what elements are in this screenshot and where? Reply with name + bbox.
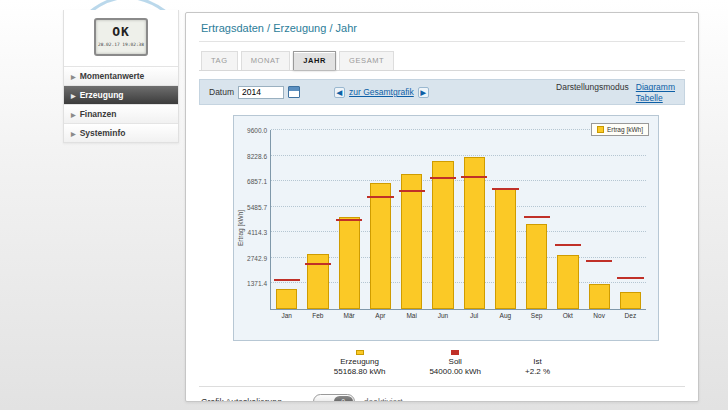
mode-link-tabelle[interactable]: Tabelle — [636, 93, 663, 104]
bar-Okt[interactable] — [557, 255, 578, 309]
bar-slot-Feb: Feb — [302, 130, 333, 309]
summary-row: Erzeugung 55168.80 kWh Soll 54000.00 kWh… — [199, 350, 685, 376]
datum-label: Datum — [209, 87, 234, 97]
sidebar-item-momentanwerte[interactable]: ▶ Momentanwerte — [64, 66, 178, 85]
bar-Nov[interactable] — [589, 284, 610, 309]
tab-jahr[interactable]: JAHR — [293, 51, 336, 70]
chevron-right-icon: ▶ — [71, 111, 76, 118]
y-tick-label: 8228.6 — [247, 152, 267, 159]
tab-gesamt[interactable]: GESAMT — [339, 51, 394, 70]
soll-marker-icon — [451, 350, 459, 355]
y-tick-label: 1371.4 — [247, 280, 267, 287]
main-panel: Ertragsdaten / Erzeugung / Jahr TAG MONA… — [185, 12, 699, 402]
x-tick-label: Feb — [302, 312, 333, 319]
mode-links: Diagramm Tabelle — [636, 82, 675, 103]
x-tick-label: Aug — [490, 312, 521, 319]
soll-value: 54000.00 kWh — [429, 367, 481, 376]
soll-marker-Apr — [367, 196, 393, 198]
sidebar: OK 28.02.17 19:02:38 ▶ Momentanwerte ▶ E… — [63, 10, 179, 143]
sidebar-item-label: Erzeugung — [80, 90, 124, 100]
tab-tag[interactable]: TAG — [201, 51, 238, 70]
toggle-state-text: deaktiviert — [364, 397, 403, 403]
soll-marker-Sep — [524, 216, 550, 218]
x-tick-label: Nov — [584, 312, 615, 319]
datum-input[interactable] — [238, 86, 284, 99]
next-arrow-icon[interactable]: ▶ — [418, 87, 429, 98]
chevron-right-icon: ▶ — [71, 92, 76, 99]
bar-Aug[interactable] — [495, 188, 516, 309]
gesamtgrafik-nav: ◀ zur Gesamtgrafik ▶ — [334, 87, 429, 98]
gesamtgrafik-link[interactable]: zur Gesamtgrafik — [349, 87, 414, 97]
device-status-text: OK — [96, 24, 146, 39]
bar-Jan[interactable] — [276, 289, 297, 310]
sidebar-item-label: Finanzen — [80, 109, 117, 119]
bar-slot-Jul: Jul — [459, 130, 490, 309]
bar-Dez[interactable] — [620, 292, 641, 309]
summary-ist: Ist +2.2 % — [525, 350, 550, 376]
sidebar-item-finanzen[interactable]: ▶ Finanzen — [64, 104, 178, 123]
bar-Jun[interactable] — [432, 161, 453, 309]
sidebar-item-label: Momentanwerte — [80, 71, 145, 81]
chevron-right-icon: ▶ — [71, 73, 76, 80]
device-display-wrap: OK 28.02.17 19:02:38 — [64, 10, 178, 66]
soll-marker-Aug — [492, 188, 518, 190]
soll-marker-Mär — [336, 219, 362, 221]
bar-slot-Okt: Okt — [552, 130, 583, 309]
x-tick-label: Sep — [521, 312, 552, 319]
ist-value: +2.2 % — [525, 367, 550, 376]
y-tick-label: 2742.9 — [247, 254, 267, 261]
x-tick-label: Okt — [552, 312, 583, 319]
soll-marker-Okt — [555, 244, 581, 246]
sidebar-item-erzeugung[interactable]: ▶ Erzeugung — [64, 85, 178, 104]
bar-slot-Mai: Mai — [396, 130, 427, 309]
toggle-knob[interactable]: 0 — [334, 396, 353, 402]
bar-slot-Dez: Dez — [615, 130, 646, 309]
soll-marker-Dez — [617, 277, 643, 279]
autoscale-toggle[interactable]: 0 — [313, 394, 355, 402]
bar-Apr[interactable] — [370, 183, 391, 309]
breadcrumb: Ertragsdaten / Erzeugung / Jahr — [199, 13, 685, 42]
autoscale-label: Grafik Autoskalierung — [201, 397, 282, 403]
tab-bar: TAG MONAT JAHR GESAMT — [199, 51, 685, 71]
soll-marker-Mai — [399, 190, 425, 192]
device-lcd-display: OK 28.02.17 19:02:38 — [94, 18, 148, 56]
tab-monat[interactable]: MONAT — [241, 51, 291, 70]
bar-Mai[interactable] — [401, 174, 422, 309]
mode-link-diagramm[interactable]: Diagramm — [636, 82, 675, 93]
soll-marker-Jan — [274, 279, 300, 281]
erzeugung-label: Erzeugung — [334, 357, 386, 366]
chart-container: Ertrag [kWh] 9600.08228.66857.15485.7411… — [233, 115, 659, 341]
y-tick-label: 5485.7 — [247, 203, 267, 210]
darstellungsmodus-label: Darstellungsmodus — [556, 82, 629, 92]
y-axis-title: Ertrag [kWh] — [237, 210, 244, 246]
x-tick-label: Jul — [459, 312, 490, 319]
plot-area: 9600.08228.66857.15485.74114.32742.91371… — [270, 130, 646, 310]
bar-slot-Mär: Mär — [334, 130, 365, 309]
y-tick-label: 4114.3 — [248, 229, 267, 236]
bar-slot-Aug: Aug — [490, 130, 521, 309]
bar-slot-Jan: Jan — [271, 130, 302, 309]
bar-slot-Apr: Apr — [365, 130, 396, 309]
erzeugung-value: 55168.80 kWh — [334, 367, 386, 376]
soll-marker-Jul — [461, 176, 487, 178]
bar-slot-Nov: Nov — [584, 130, 615, 309]
prev-arrow-icon[interactable]: ◀ — [334, 87, 345, 98]
ist-label: Ist — [525, 357, 550, 366]
soll-label: Soll — [429, 357, 481, 366]
bar-Mär[interactable] — [339, 217, 360, 309]
soll-marker-Feb — [305, 263, 331, 265]
x-tick-label: Jun — [427, 312, 458, 319]
bar-Sep[interactable] — [526, 224, 547, 309]
x-tick-label: Mai — [396, 312, 427, 319]
calendar-icon[interactable] — [288, 86, 300, 98]
darstellungsmodus-group: Darstellungsmodus Diagramm Tabelle — [556, 80, 675, 103]
bar-slot-Sep: Sep — [521, 130, 552, 309]
erzeugung-marker-icon — [356, 350, 364, 355]
bar-slot-Jun: Jun — [427, 130, 458, 309]
y-tick-label: 6857.1 — [247, 178, 267, 185]
sidebar-item-systeminfo[interactable]: ▶ Systeminfo — [64, 123, 178, 142]
sidebar-item-label: Systeminfo — [80, 128, 126, 138]
chart-toolbar: Datum ◀ zur Gesamtgrafik ▶ Darstellungsm… — [199, 79, 685, 105]
bar-Jul[interactable] — [464, 157, 485, 309]
x-tick-label: Mär — [334, 312, 365, 319]
